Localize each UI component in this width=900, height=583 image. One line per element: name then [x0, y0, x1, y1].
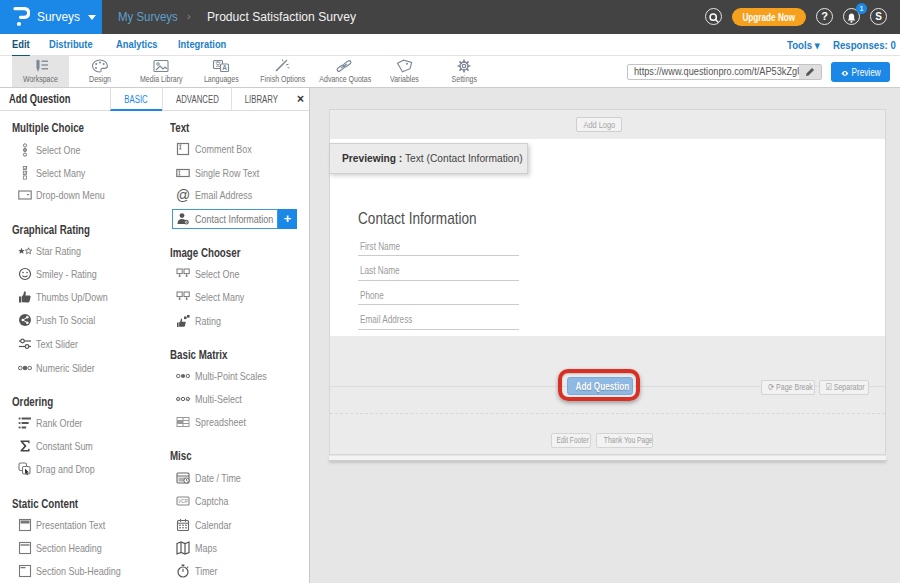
- svg-text:VCR: VCR: [178, 499, 188, 504]
- svg-text:@: @: [176, 188, 190, 202]
- svg-text:A: A: [222, 64, 227, 71]
